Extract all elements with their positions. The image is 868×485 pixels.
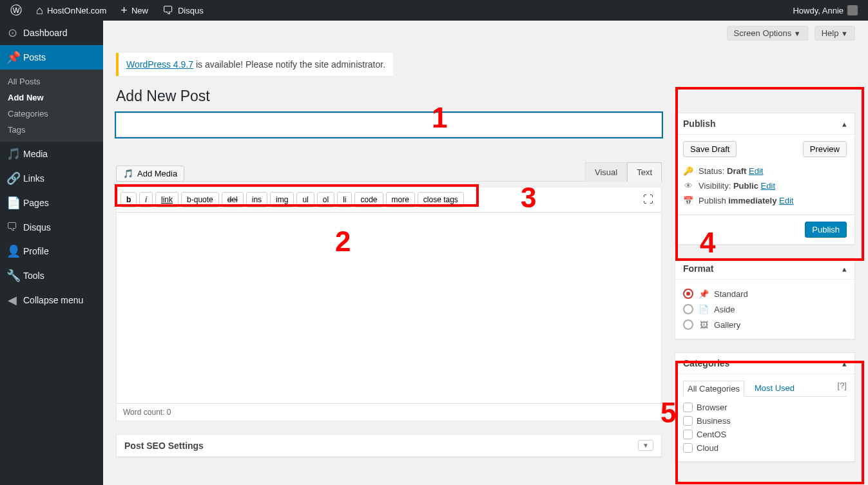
home-icon: ⌂ — [36, 5, 43, 16]
avatar — [847, 5, 858, 15]
new-content[interactable]: +New — [115, 0, 153, 21]
comment-icon: 🗨 — [162, 5, 174, 16]
wp-logo[interactable]: ⓦ — [5, 0, 27, 21]
my-account[interactable]: Howdy, Annie — [787, 0, 863, 21]
plus-icon: + — [121, 5, 128, 16]
disqus-link[interactable]: 🗨Disqus — [157, 0, 209, 21]
wordpress-icon: ⓦ — [10, 5, 22, 16]
site-link[interactable]: ⌂HostOnNet.com — [31, 0, 111, 21]
site-name: HostOnNet.com — [47, 6, 106, 15]
admin-bar: ⓦ ⌂HostOnNet.com +New 🗨Disqus Howdy, Ann… — [0, 0, 868, 21]
